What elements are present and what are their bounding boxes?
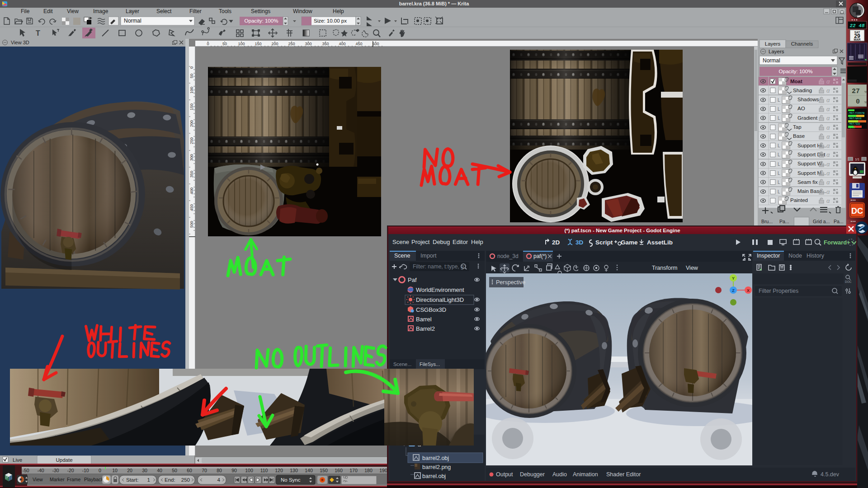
svg-text:T: T bbox=[36, 29, 40, 37]
svg-text:paf(*): paf(*) bbox=[533, 253, 547, 259]
svg-text:WorldEnvironment: WorldEnvironment bbox=[416, 286, 464, 293]
svg-text:100: 100 bbox=[189, 87, 194, 94]
svg-text:-30: -30 bbox=[52, 468, 59, 473]
svg-text:Live: Live bbox=[13, 457, 22, 463]
svg-text:190: 190 bbox=[379, 468, 387, 473]
svg-text:60: 60 bbox=[187, 468, 192, 473]
svg-text:Game: Game bbox=[621, 239, 638, 246]
svg-text:Barrel: Barrel bbox=[416, 316, 432, 323]
svg-text:50: 50 bbox=[189, 74, 194, 78]
svg-text:Scene...: Scene... bbox=[393, 361, 411, 367]
svg-text:X: X bbox=[747, 288, 750, 293]
svg-text:400: 400 bbox=[189, 188, 194, 194]
svg-text:130: 130 bbox=[290, 468, 298, 473]
svg-text:-10: -10 bbox=[82, 468, 89, 473]
svg-text:FileSys...: FileSys... bbox=[420, 361, 440, 367]
svg-text:L: L bbox=[778, 98, 780, 103]
svg-text:100: 100 bbox=[245, 468, 253, 473]
svg-text:27: 27 bbox=[852, 88, 860, 95]
svg-text:View: View bbox=[686, 265, 698, 271]
svg-text:α: α bbox=[826, 133, 830, 140]
svg-text:%: % bbox=[864, 90, 867, 94]
svg-text:300: 300 bbox=[189, 154, 194, 161]
svg-text:Scene: Scene bbox=[394, 253, 410, 259]
svg-text:200: 200 bbox=[189, 120, 194, 127]
svg-text:View: View bbox=[33, 477, 43, 482]
svg-text:Audio: Audio bbox=[552, 471, 567, 478]
svg-text:Channels: Channels bbox=[791, 41, 813, 47]
svg-text:L: L bbox=[778, 189, 780, 194]
svg-text:History: History bbox=[807, 253, 825, 259]
svg-text:450: 450 bbox=[189, 204, 194, 211]
svg-text:40: 40 bbox=[157, 468, 162, 473]
svg-text:/MNT/WAVE: /MNT/WAVE bbox=[848, 117, 862, 120]
svg-text:Shader Editor: Shader Editor bbox=[606, 471, 641, 478]
svg-text:120: 120 bbox=[275, 468, 283, 473]
svg-text:3D: 3D bbox=[576, 239, 584, 246]
svg-text:α: α bbox=[826, 97, 830, 103]
svg-text:90: 90 bbox=[231, 468, 237, 473]
svg-text:20: 20 bbox=[127, 468, 132, 473]
svg-text:110: 110 bbox=[260, 468, 268, 473]
svg-text:L: L bbox=[778, 162, 780, 167]
svg-text:L: L bbox=[778, 180, 780, 185]
svg-text:Inspector: Inspector bbox=[757, 253, 780, 259]
svg-text:FLARP: FLARP bbox=[848, 126, 856, 129]
svg-text:Update: Update bbox=[56, 457, 72, 463]
svg-text:Opacity: 100%: Opacity: 100% bbox=[779, 69, 813, 74]
svg-text:180: 180 bbox=[364, 468, 373, 473]
svg-text:50: 50 bbox=[172, 468, 177, 473]
svg-text:L: L bbox=[778, 152, 780, 157]
svg-text:140: 140 bbox=[305, 468, 313, 473]
svg-text:α: α bbox=[826, 188, 830, 195]
svg-text:4: 4 bbox=[217, 477, 221, 483]
svg-text:DirectionalLight3D: DirectionalLight3D bbox=[416, 296, 464, 303]
svg-text:α: α bbox=[826, 87, 830, 94]
svg-text:150: 150 bbox=[320, 468, 328, 473]
svg-text:500: 500 bbox=[189, 221, 194, 228]
svg-text:α: α bbox=[826, 115, 830, 122]
svg-text:Normal: Normal bbox=[763, 57, 780, 64]
svg-text:0: 0 bbox=[189, 66, 194, 69]
svg-text:Normal: Normal bbox=[124, 18, 142, 24]
svg-text:Transform: Transform bbox=[652, 265, 678, 271]
svg-text:α: α bbox=[826, 78, 830, 85]
svg-text:30: 30 bbox=[142, 468, 147, 473]
svg-text:-40: -40 bbox=[37, 468, 44, 473]
svg-text:L: L bbox=[778, 116, 780, 121]
svg-text:0: 0 bbox=[856, 98, 860, 106]
svg-text:Barrel2: Barrel2 bbox=[416, 325, 435, 332]
svg-text:Layers: Layers bbox=[769, 49, 784, 54]
svg-text:AssetLib: AssetLib bbox=[647, 239, 673, 246]
svg-text:Paf: Paf bbox=[408, 277, 417, 283]
svg-text:10: 10 bbox=[112, 468, 118, 473]
svg-text:Size: 10.00 px: Size: 10.00 px bbox=[314, 18, 347, 23]
svg-text:End:: End: bbox=[165, 477, 175, 483]
svg-text:α: α bbox=[826, 170, 830, 177]
svg-text:250: 250 bbox=[189, 137, 194, 144]
svg-text:4.5.dev: 4.5.dev bbox=[821, 471, 840, 478]
svg-text:barrel2.obj: barrel2.obj bbox=[422, 455, 449, 461]
svg-text:22 48: 22 48 bbox=[849, 23, 864, 28]
svg-text:/MNT/SID: /MNT/SID bbox=[848, 122, 860, 126]
svg-text:1/1: 1/1 bbox=[855, 158, 859, 161]
svg-text:1: 1 bbox=[147, 477, 150, 483]
svg-text:α: α bbox=[826, 151, 830, 158]
svg-text:Script: Script bbox=[595, 239, 613, 246]
svg-text:α: α bbox=[826, 124, 830, 131]
svg-text:MAR: MAR bbox=[854, 38, 861, 41]
svg-text:Layers: Layers bbox=[765, 41, 781, 47]
svg-text:%: % bbox=[864, 101, 867, 104]
svg-text:No Sync: No Sync bbox=[281, 477, 301, 483]
svg-text:Marker: Marker bbox=[50, 477, 65, 482]
svg-text:Z: Z bbox=[732, 288, 735, 293]
svg-text:α: α bbox=[826, 142, 830, 149]
svg-text:barrel.obj: barrel.obj bbox=[422, 473, 446, 479]
svg-text:L: L bbox=[778, 171, 780, 176]
svg-text:DC: DC bbox=[851, 206, 863, 216]
svg-text:2D: 2D bbox=[552, 239, 560, 246]
svg-text:DOC: DOC bbox=[845, 280, 852, 283]
svg-text:α: α bbox=[826, 161, 830, 168]
svg-text:Frame: Frame bbox=[67, 477, 80, 482]
svg-text:/MNT/FIRSTB: /MNT/FIRSTB bbox=[848, 112, 865, 115]
